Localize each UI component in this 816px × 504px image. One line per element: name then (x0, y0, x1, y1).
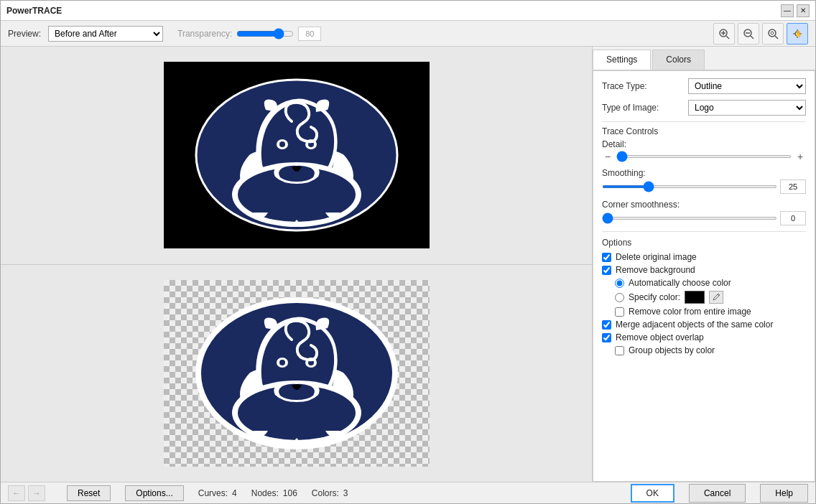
specify-color-radio[interactable] (615, 293, 624, 302)
tab-bar: Settings Colors (593, 47, 815, 70)
pan-button[interactable]: ✋ (787, 23, 808, 45)
svg-point-7 (769, 29, 776, 37)
detail-row: Detail: − + (602, 139, 806, 162)
remove-overlap-checkbox[interactable] (602, 333, 611, 342)
traced-image (164, 280, 430, 467)
lion-traced-svg (185, 291, 408, 456)
app-title: PowerTRACE (6, 6, 62, 16)
preview-area (1, 47, 593, 482)
svg-line-8 (775, 36, 778, 39)
tab-settings[interactable]: Settings (593, 50, 651, 70)
undo-button[interactable]: ← (8, 485, 25, 501)
detail-decrease[interactable]: − (602, 151, 613, 162)
trace-controls-label: Trace Controls (602, 121, 806, 136)
delete-original-checkbox[interactable] (602, 253, 611, 262)
smoothing-row: Smoothing: 25 (602, 168, 806, 194)
merge-adjacent-checkbox[interactable] (602, 320, 611, 330)
detail-label: Detail: (602, 139, 806, 149)
cancel-button[interactable]: Cancel (689, 484, 746, 503)
ok-button[interactable]: OK (631, 484, 674, 503)
curves-label: Curves: (198, 488, 228, 498)
smoothing-label: Smoothing: (602, 168, 806, 178)
corner-smoothness-label: Corner smoothness: (602, 200, 806, 210)
original-image (164, 62, 430, 248)
svg-point-18 (279, 141, 285, 147)
undo-redo-group: ← → (8, 485, 45, 501)
svg-text:✋: ✋ (794, 29, 803, 38)
reset-button[interactable]: Reset (67, 485, 111, 501)
redo-button[interactable]: → (28, 485, 45, 501)
remove-color-entire-label: Remove color from entire image (629, 307, 751, 317)
preview-label: Preview: (8, 29, 41, 39)
help-button[interactable]: Help (760, 484, 808, 503)
specify-color-label: Specify color: (629, 292, 680, 302)
eyedropper-icon (712, 293, 720, 302)
settings-panel: Trace Type: Outline Centerline Technical… (593, 70, 815, 482)
transparency-label: Transparency: (177, 29, 232, 39)
specify-color-row: Specify color: (602, 291, 806, 304)
nodes-value: 106 (283, 488, 297, 498)
smoothing-slider[interactable] (602, 185, 777, 188)
group-by-color-row: Group objects by color (602, 345, 806, 355)
remove-color-entire-checkbox[interactable] (615, 307, 624, 317)
svg-line-5 (751, 36, 754, 39)
zoom-fit-button[interactable] (762, 23, 784, 45)
corner-smoothness-slider[interactable] (602, 217, 777, 220)
auto-choose-row: Automatically choose color (602, 278, 806, 288)
curves-info: Curves: 4 (198, 488, 237, 498)
zoom-out-button[interactable] (738, 23, 759, 45)
tab-colors[interactable]: Colors (652, 50, 705, 70)
type-of-image-dropdown[interactable]: Logo Clipart Low quality image High qual… (688, 100, 806, 116)
delete-original-label: Delete original image (616, 252, 697, 262)
right-panel: Settings Colors Trace Type: Outline Cent… (593, 47, 815, 482)
trace-type-dropdown[interactable]: Outline Centerline Technical (688, 78, 806, 94)
remove-background-row: Remove background (602, 265, 806, 275)
auto-choose-label: Automatically choose color (629, 278, 731, 288)
close-button[interactable]: ✕ (797, 4, 810, 17)
remove-background-label: Remove background (616, 265, 695, 275)
preview-before (1, 47, 592, 265)
nodes-info: Nodes: 106 (251, 488, 297, 498)
transparency-value: 80 (298, 27, 321, 41)
type-of-image-row: Type of Image: Logo Clipart Low quality … (602, 100, 806, 116)
minimize-button[interactable]: — (781, 4, 794, 17)
merge-adjacent-row: Merge adjacent objects of the same color (602, 319, 806, 330)
type-of-image-label: Type of Image: (602, 103, 688, 113)
preview-after (1, 265, 592, 482)
colors-info: Colors: 3 (312, 488, 348, 498)
svg-point-26 (279, 360, 285, 365)
preview-dropdown[interactable]: Before and After Before After Large Prev… (48, 26, 163, 42)
remove-overlap-label: Remove object overlap (616, 332, 704, 342)
svg-line-1 (726, 36, 729, 39)
smoothing-value: 25 (780, 179, 806, 194)
trace-type-label: Trace Type: (602, 81, 688, 91)
auto-choose-radio[interactable] (615, 279, 624, 288)
options-label: Options (602, 238, 806, 248)
remove-overlap-row: Remove object overlap (602, 332, 806, 342)
colors-label: Colors: (312, 488, 339, 498)
detail-increase[interactable]: + (794, 151, 806, 162)
remove-background-checkbox[interactable] (602, 266, 611, 275)
pan-icon: ✋ (792, 28, 803, 39)
zoom-fit-icon (767, 28, 779, 39)
remove-color-entire-row: Remove color from entire image (602, 307, 806, 317)
title-bar: PowerTRACE — ✕ (1, 1, 815, 21)
nodes-label: Nodes: (251, 488, 279, 498)
trace-type-row: Trace Type: Outline Centerline Technical (602, 78, 806, 94)
curves-value: 4 (232, 488, 237, 498)
svg-point-9 (771, 32, 774, 34)
zoom-in-icon (718, 28, 730, 39)
zoom-out-icon (743, 28, 754, 39)
options-button[interactable]: Options... (125, 485, 183, 501)
eyedropper-button[interactable] (709, 291, 723, 304)
status-bar: ← → Reset Options... Curves: 4 Nodes: 10… (1, 482, 815, 503)
group-by-color-label: Group objects by color (629, 345, 715, 355)
detail-slider[interactable] (616, 155, 792, 158)
transparency-slider[interactable] (236, 28, 294, 39)
corner-smoothness-value: 0 (780, 211, 806, 225)
color-swatch[interactable] (685, 291, 705, 304)
group-by-color-checkbox[interactable] (615, 346, 624, 355)
zoom-in-button[interactable] (713, 23, 735, 45)
colors-value: 3 (343, 488, 348, 498)
delete-original-row: Delete original image (602, 252, 806, 262)
